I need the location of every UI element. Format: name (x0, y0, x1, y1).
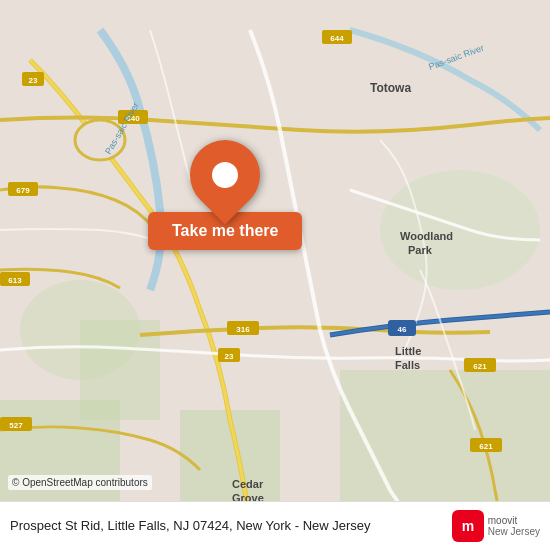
svg-text:Totowa: Totowa (370, 81, 411, 95)
svg-text:621: 621 (473, 362, 487, 371)
svg-text:Park: Park (408, 244, 433, 256)
svg-point-6 (20, 280, 140, 380)
moovit-icon: m (452, 510, 484, 542)
map-svg: 23 23 46 644 640 679 613 527 316 621 621 (0, 0, 550, 550)
svg-rect-3 (340, 370, 550, 520)
svg-text:23: 23 (225, 352, 234, 361)
location-pin (176, 126, 275, 225)
svg-text:Falls: Falls (395, 359, 420, 371)
svg-text:644: 644 (330, 34, 344, 43)
svg-text:Woodland: Woodland (400, 230, 453, 242)
svg-text:Cedar: Cedar (232, 478, 264, 490)
location-popup: Take me there (148, 140, 302, 250)
svg-text:679: 679 (16, 186, 30, 195)
svg-text:613: 613 (8, 276, 22, 285)
svg-text:23: 23 (29, 76, 38, 85)
map-container: 23 23 46 644 640 679 613 527 316 621 621 (0, 0, 550, 550)
svg-text:46: 46 (398, 325, 407, 334)
moovit-logo[interactable]: m moovit New Jersey (452, 510, 540, 542)
pin-inner-circle (212, 162, 238, 188)
moovit-text-block: moovit New Jersey (488, 515, 540, 537)
svg-text:316: 316 (236, 325, 250, 334)
svg-text:Little: Little (395, 345, 421, 357)
bottom-bar: Prospect St Rid, Little Falls, NJ 07424,… (0, 501, 550, 550)
svg-text:527: 527 (9, 421, 23, 430)
copyright-notice: © OpenStreetMap contributors (8, 475, 152, 490)
svg-text:621: 621 (479, 442, 493, 451)
address-text: Prospect St Rid, Little Falls, NJ 07424,… (10, 517, 442, 535)
svg-text:m: m (462, 518, 474, 534)
